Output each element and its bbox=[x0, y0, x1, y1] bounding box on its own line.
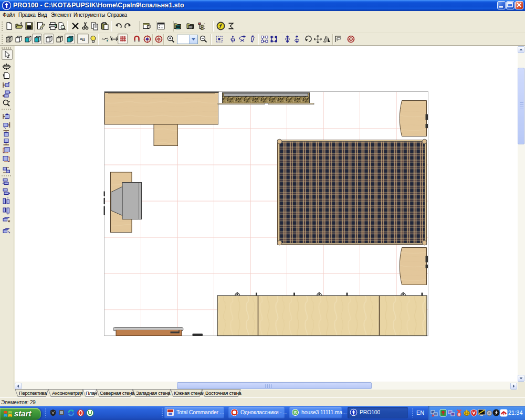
svg-text:Восточная стена: Восточная стена bbox=[205, 390, 242, 396]
svg-text:План: План bbox=[86, 390, 97, 396]
svg-text:S: S bbox=[294, 410, 297, 415]
svg-text:Аксонометрия: Аксонометрия bbox=[52, 390, 83, 396]
svg-text:Западная стена: Западная стена bbox=[136, 390, 171, 396]
svg-text:aa: aa bbox=[80, 36, 85, 42]
svg-text:Северная стена: Северная стена bbox=[100, 390, 135, 396]
svg-text:Перспектива: Перспектива bbox=[19, 390, 47, 396]
svg-text:Южная стена: Южная стена bbox=[174, 390, 203, 396]
